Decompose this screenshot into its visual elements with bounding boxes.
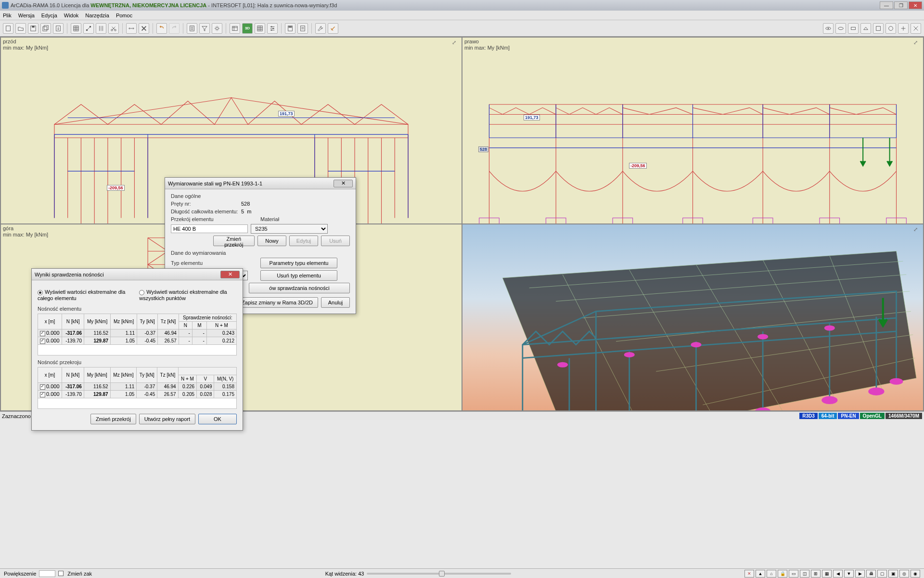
view2-icon[interactable] (835, 23, 846, 34)
nav-home-icon[interactable]: ⌂ (767, 570, 776, 578)
angle-slider[interactable] (367, 573, 511, 575)
cancel-button[interactable]: Anuluj (321, 297, 350, 308)
view4-icon[interactable] (860, 23, 871, 34)
view7-icon[interactable] (898, 23, 909, 34)
layout3-icon[interactable]: ⊞ (811, 570, 821, 578)
viewport-right[interactable]: prawomin max: My [kNm] ⤢ (462, 37, 924, 224)
badge-memory: 1466M/3470M (886, 413, 922, 419)
svg-point-16 (272, 27, 274, 29)
params-button[interactable]: Parametry typu elementu (260, 258, 337, 268)
value-label-pos: 191,73 (278, 111, 295, 117)
delete-icon[interactable] (139, 23, 149, 34)
layout1-icon[interactable]: ▭ (789, 570, 798, 578)
nav-left-icon[interactable]: ◀ (833, 570, 843, 578)
view1-icon[interactable] (823, 23, 834, 34)
deltype-button[interactable]: Usuń typ elementu (260, 270, 337, 281)
type-label: Typ elementu (171, 260, 257, 266)
export-icon[interactable] (53, 23, 64, 34)
bars-icon[interactable] (96, 23, 106, 34)
full-report-button[interactable]: Utwórz pełny raport (139, 414, 195, 424)
section-header: Dane ogólne (171, 193, 350, 199)
menu-view[interactable]: Widok (64, 13, 79, 18)
svg-rect-24 (851, 27, 856, 29)
nav-lock-icon[interactable]: 🔒 (778, 570, 787, 578)
svg-rect-2 (32, 26, 34, 27)
3d-icon[interactable]: 3D (242, 23, 253, 34)
close-button[interactable]: ✕ (909, 1, 922, 9)
undo-icon[interactable] (156, 23, 167, 34)
mode4-icon[interactable]: ◉ (911, 570, 920, 578)
table-row[interactable]: 0.000 -317.06116.521.11 -0.3746.94 --0.2… (38, 329, 237, 337)
table-row[interactable]: 0.000 -139.70129.871.05 -0.4526.57 --0.2… (38, 337, 237, 344)
tools-icon[interactable] (328, 23, 338, 34)
toolbar: 3D (0, 20, 924, 37)
section-header: Nośność elementu (38, 306, 237, 312)
view3-icon[interactable] (848, 23, 859, 34)
value-label-pos: 191,73 (524, 115, 540, 120)
change-section-button[interactable]: Zmień przekrój (90, 414, 136, 424)
viewport-3d[interactable]: ⤢ (462, 224, 924, 411)
delete-button: Usuń (321, 236, 350, 246)
calc1-icon[interactable] (187, 23, 197, 34)
matrix-icon[interactable] (255, 23, 265, 34)
calc2-icon[interactable] (285, 23, 295, 34)
table-row[interactable]: 0.000 -139.70129.871.05 -0.4526.57 0.205… (38, 390, 237, 398)
material-select[interactable]: S235 (251, 224, 328, 234)
cut-icon[interactable] (108, 23, 119, 34)
menu-edit[interactable]: Edycja (41, 13, 57, 18)
view8-icon[interactable] (911, 23, 921, 34)
dialog-close-button[interactable]: ✕ (220, 271, 240, 278)
structure-right: z y (462, 38, 923, 224)
adjust-icon[interactable] (267, 23, 278, 34)
svg-point-17 (271, 29, 272, 31)
open-icon[interactable] (15, 23, 26, 34)
radio-all-points[interactable]: Wyświetl wartości ekstremalne dla wszyst… (139, 289, 237, 301)
mode2-icon[interactable]: ▣ (888, 570, 898, 578)
save-button[interactable]: Zapisz zmiany w Rama 3D/2D (236, 297, 318, 308)
nav-up-icon[interactable]: ▲ (756, 570, 765, 578)
checkpoints-button[interactable]: ów sprawdzania nośności (249, 283, 350, 293)
table-row[interactable]: 0.000 -317.06116.521.11 -0.3746.94 0.226… (38, 382, 237, 390)
table-icon[interactable] (230, 23, 240, 34)
view6-icon[interactable] (886, 23, 896, 34)
nav-print-icon[interactable]: 🖶 (866, 570, 876, 578)
dialog-close-button[interactable]: ✕ (334, 180, 353, 187)
zoom-checkbox[interactable] (58, 571, 64, 576)
menu-version[interactable]: Wersja (18, 13, 35, 18)
new-button[interactable]: Nowy (257, 236, 286, 246)
nav-cancel-icon[interactable]: ✕ (744, 570, 754, 578)
radio-whole-element[interactable]: Wyświetl wartości ekstremalne dla całego… (38, 289, 129, 301)
gear-icon[interactable] (212, 23, 222, 34)
saveall-icon[interactable] (40, 23, 51, 34)
section-input[interactable] (171, 224, 248, 233)
minimize-button[interactable]: — (880, 1, 893, 9)
nav-right-icon[interactable]: ▶ (855, 570, 865, 578)
node-icon[interactable] (83, 23, 94, 34)
wrench-icon[interactable] (315, 23, 326, 34)
report-icon[interactable] (297, 23, 308, 34)
redo-icon[interactable] (169, 23, 180, 34)
badge-opengl: OpenGL (860, 413, 885, 419)
nav-down-icon[interactable]: ▼ (844, 570, 854, 578)
layout2-icon[interactable]: ◫ (800, 570, 809, 578)
grid-icon[interactable] (71, 23, 81, 34)
menu-help[interactable]: Pomoc (116, 13, 132, 18)
save-icon[interactable] (28, 23, 38, 34)
section-header: Dane do wymiarowania (171, 250, 350, 256)
ok-button[interactable]: OK (198, 414, 237, 424)
view5-icon[interactable] (873, 23, 884, 34)
zoom-label: Powiększenie (4, 571, 36, 577)
svg-point-55 (757, 334, 768, 339)
menu-file[interactable]: Plik (3, 13, 12, 18)
measure-icon[interactable] (126, 23, 137, 34)
maximize-button[interactable]: ❐ (894, 1, 908, 9)
zoom-input[interactable] (39, 570, 55, 577)
change-section-button[interactable]: Zmień przekrój (213, 236, 255, 246)
layout4-icon[interactable]: ▦ (822, 570, 832, 578)
new-icon[interactable] (3, 23, 13, 34)
length-value: 5 (241, 209, 244, 214)
mode1-icon[interactable]: ▢ (877, 570, 887, 578)
filter-icon[interactable] (199, 23, 210, 34)
menu-tools[interactable]: Narzędzia (85, 13, 109, 18)
mode3-icon[interactable]: ◎ (899, 570, 909, 578)
